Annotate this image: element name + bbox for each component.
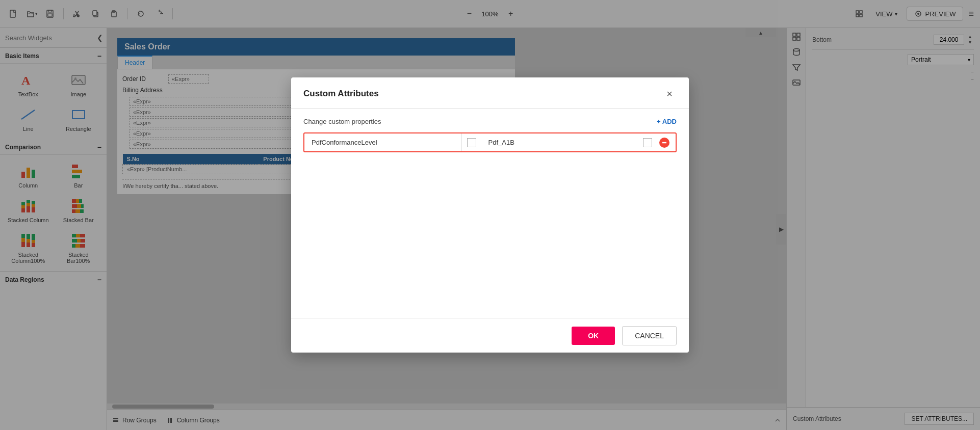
attribute-delete-button[interactable]: [657, 136, 672, 150]
attribute-name-checkbox[interactable]: [467, 138, 476, 147]
modal-footer: OK CANCEL: [291, 318, 689, 353]
attribute-name[interactable]: PdfConformanceLevel: [304, 133, 462, 151]
add-label: + ADD: [657, 118, 677, 125]
attribute-value-checkbox[interactable]: [643, 138, 652, 147]
modal-subtitle-row: Change custom properties + ADD: [303, 118, 677, 125]
modal-header: Custom Attributes ×: [291, 77, 689, 109]
modal-body: Change custom properties + ADD PdfConfor…: [291, 109, 689, 318]
modal-close-button[interactable]: ×: [662, 87, 677, 101]
modal-overlay: Custom Attributes × Change custom proper…: [0, 0, 980, 430]
attribute-row: PdfConformanceLevel Pdf_A1B: [303, 132, 677, 152]
attribute-value[interactable]: Pdf_A1B: [481, 133, 638, 151]
modal-subtitle: Change custom properties: [303, 118, 381, 125]
ok-button[interactable]: OK: [572, 327, 615, 345]
custom-attributes-modal: Custom Attributes × Change custom proper…: [291, 77, 689, 353]
cancel-button[interactable]: CANCEL: [622, 326, 677, 345]
delete-icon: [659, 137, 670, 148]
modal-title: Custom Attributes: [303, 89, 379, 99]
modal-content-area: [303, 159, 677, 309]
add-attribute-button[interactable]: + ADD: [657, 118, 677, 125]
